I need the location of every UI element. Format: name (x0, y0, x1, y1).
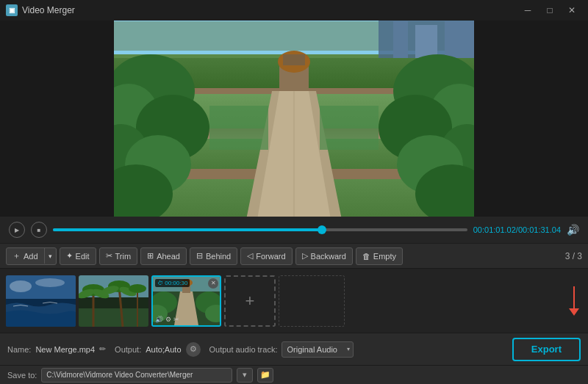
behind-icon: ⊟ (196, 251, 203, 261)
main-content: ▶ ■ 00:01:01.02/00:01:31.04 🔊 ＋ Add ▾ ✦ … (0, 21, 588, 384)
add-dropdown-button[interactable]: ▾ (45, 250, 56, 262)
maximize-button[interactable]: □ (539, 2, 560, 18)
svg-point-30 (35, 278, 65, 287)
playback-bar: ▶ ■ 00:01:01.02/00:01:31.04 🔊 (0, 217, 588, 243)
trash-icon: 🗑 (362, 252, 370, 261)
empty-slot (279, 275, 345, 327)
edit-name-icon[interactable]: ✏ (99, 344, 106, 354)
output-settings-icon[interactable]: ⚙ (186, 342, 201, 357)
clip-item[interactable] (6, 275, 76, 327)
export-button[interactable]: Export (512, 338, 581, 361)
open-folder-button[interactable]: 📁 (257, 368, 273, 383)
save-bar: Save to: ▾ 📁 (0, 365, 588, 384)
settings-clip-icon[interactable]: ⚙ (165, 316, 171, 323)
progress-thumb[interactable] (318, 225, 326, 234)
output-value: Auto;Auto (146, 345, 181, 354)
forward-icon: ◁ (247, 251, 253, 261)
ahead-button[interactable]: ⊞ Ahead (140, 247, 187, 265)
add-label: Add (24, 252, 38, 261)
ahead-icon: ⊞ (147, 251, 154, 261)
svg-rect-24 (320, 106, 379, 150)
svg-rect-23 (209, 106, 268, 150)
volume-icon[interactable]: 🔊 (567, 224, 579, 236)
window-controls: ─ □ ✕ (517, 2, 582, 18)
clip-count: 3 / 3 (565, 251, 582, 261)
time-display: 00:01:01.02/00:01:31.04 (473, 225, 561, 234)
audio-select-wrapper: Original Audio No Audio ▾ (282, 341, 354, 358)
svg-rect-22 (283, 54, 305, 65)
clip-time-badge: ⏱ 00:00:30 (155, 279, 190, 287)
bottom-bar: Name: New Merge.mp4 ✏ Output: Auto;Auto … (0, 333, 588, 365)
svg-rect-4 (415, 25, 437, 58)
backward-icon: ▷ (302, 251, 308, 261)
add-clip-button[interactable]: + (224, 275, 276, 327)
path-dropdown-button[interactable]: ▾ (237, 368, 253, 383)
audio-field: Output audio track: Original Audio No Au… (209, 341, 354, 358)
clip-close-button[interactable]: ✕ (208, 278, 218, 289)
app-title: Video Merger (22, 5, 513, 15)
crop-icon[interactable]: ✂ (173, 316, 179, 323)
edit-button[interactable]: ✦ Edit (60, 247, 96, 265)
backward-button[interactable]: ▷ Backward (295, 247, 353, 265)
add-button-group: ＋ Add ▾ (6, 247, 57, 265)
svg-rect-5 (445, 21, 474, 58)
name-field: Name: New Merge.mp4 ✏ (7, 344, 106, 354)
video-frame (114, 21, 474, 217)
toolbar: ＋ Add ▾ ✦ Edit ✂ Trim ⊞ Ahead ⊟ Behind ◁… (0, 243, 588, 268)
svg-rect-3 (393, 21, 408, 58)
app-icon: ▣ (6, 4, 18, 16)
progress-fill (53, 228, 322, 231)
forward-button[interactable]: ◁ Forward (240, 247, 292, 265)
output-label: Output: (115, 345, 141, 354)
stop-button[interactable]: ■ (31, 222, 47, 238)
audio-icon[interactable]: 🔊 (155, 316, 163, 323)
close-button[interactable]: ✕ (562, 2, 582, 18)
minimize-button[interactable]: ─ (517, 2, 538, 18)
output-field: Output: Auto;Auto ⚙ (115, 342, 200, 357)
video-content (114, 21, 474, 217)
behind-button[interactable]: ⊟ Behind (190, 247, 237, 265)
save-path-input[interactable] (41, 368, 232, 383)
audio-label: Output audio track: (209, 345, 278, 354)
save-to-label: Save to: (7, 371, 37, 380)
play-button[interactable]: ▶ (9, 222, 25, 238)
name-label: Name: (7, 345, 31, 354)
audio-track-select[interactable]: Original Audio No Audio (282, 341, 354, 358)
clip-item[interactable] (79, 275, 148, 327)
svg-point-29 (10, 280, 32, 292)
video-preview (0, 21, 588, 217)
svg-point-43 (129, 284, 146, 293)
timeline-area: ⏱ 00:00:30 ✕ 🔊 ⚙ ✂ (0, 268, 588, 333)
name-value: New Merge.mp4 (35, 345, 95, 354)
trim-icon: ✂ (106, 251, 112, 261)
progress-bar[interactable] (53, 228, 467, 231)
title-bar: ▣ Video Merger ─ □ ✕ (0, 0, 588, 21)
clip-item-selected[interactable]: ⏱ 00:00:30 ✕ 🔊 ⚙ ✂ (151, 275, 221, 327)
empty-button[interactable]: 🗑 Empty (356, 247, 403, 265)
add-main-button[interactable]: ＋ Add (7, 248, 45, 264)
edit-icon: ✦ (66, 251, 73, 261)
trim-button[interactable]: ✂ Trim (99, 247, 138, 265)
clip-action-icons: 🔊 ⚙ ✂ (155, 316, 179, 323)
plus-icon: ＋ (12, 250, 21, 261)
